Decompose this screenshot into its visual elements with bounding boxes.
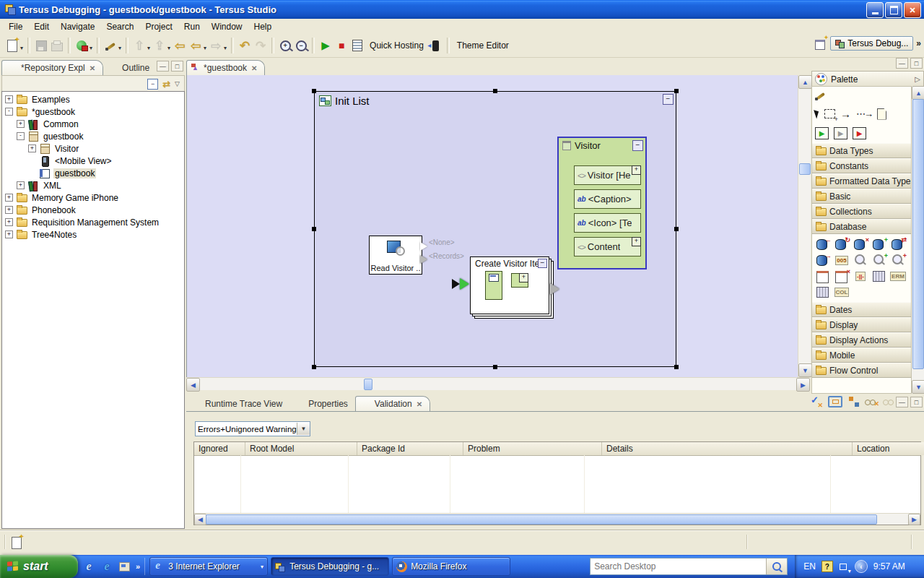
tree-expander-icon[interactable]: +: [28, 144, 36, 152]
menu-item[interactable]: Project: [139, 20, 178, 33]
item-display-element[interactable]: [485, 271, 502, 300]
pointer-tool-icon[interactable]: [814, 108, 821, 118]
visitor-field[interactable]: <> Content +: [574, 237, 641, 256]
bottom-view-tab[interactable]: Properties ✕: [289, 397, 355, 411]
tree-item[interactable]: + Tree4Notes: [2, 228, 184, 241]
forward-icon[interactable]: ⇨: [209, 38, 223, 53]
editor-horizontal-scrollbar[interactable]: ◀ ▶: [186, 377, 810, 390]
palette-item-icon[interactable]: ↻: [832, 236, 851, 252]
selection-handle[interactable]: [493, 89, 497, 93]
palette-item-icon[interactable]: COL: [832, 284, 851, 300]
restore-button[interactable]: [885, 2, 902, 18]
language-help-icon[interactable]: ?: [821, 561, 833, 572]
palette-item-icon[interactable]: ×: [851, 236, 870, 252]
item-sub-element[interactable]: +: [511, 273, 528, 288]
palette-category[interactable]: Formatted Data Types: [812, 173, 911, 189]
palette-scroll-up-icon[interactable]: ▲: [912, 86, 924, 100]
minimize-button[interactable]: [866, 2, 884, 18]
tree-item[interactable]: + XML: [2, 179, 184, 191]
back-dropdown[interactable]: ▾: [204, 45, 206, 51]
tree-expander-icon[interactable]: +: [5, 206, 13, 214]
language-indicator[interactable]: EN: [803, 561, 816, 571]
read-visitor-action[interactable]: Read Visitor .. <None> <Records>: [369, 236, 422, 275]
close-button[interactable]: ✕: [904, 2, 921, 18]
run-icon[interactable]: ▶: [318, 38, 333, 53]
last-edit-icon[interactable]: ⇧: [132, 38, 147, 53]
palette-category[interactable]: Mobile: [812, 348, 911, 363]
link-with-editor-icon[interactable]: [848, 397, 859, 407]
maximize-bottom-panel-button[interactable]: □: [910, 397, 923, 407]
menu-item[interactable]: Window: [206, 20, 248, 33]
tree-expander-icon[interactable]: +: [5, 95, 13, 103]
error-trigger-tool-icon[interactable]: ▶: [853, 127, 866, 139]
visitor-field[interactable]: <> Visitor [He +: [574, 165, 641, 185]
tree-item[interactable]: guestbook: [2, 167, 184, 179]
palette-item-icon[interactable]: ←: [814, 236, 832, 252]
palette-category[interactable]: Data Types: [812, 143, 911, 158]
zoom-out-icon[interactable]: −: [294, 38, 308, 53]
validate-icon[interactable]: [811, 397, 822, 407]
table-scroll-thumb[interactable]: [206, 514, 877, 525]
view-tab[interactable]: *Repository Expl ✕: [1, 60, 103, 75]
back-icon[interactable]: ⇦: [188, 38, 203, 53]
scroll-down-icon[interactable]: ▼: [798, 363, 812, 377]
vertical-scroll-thumb[interactable]: [799, 163, 811, 175]
expand-sub-element-button[interactable]: +: [519, 273, 528, 282]
dropdown-arrow-icon[interactable]: ▼: [297, 423, 310, 435]
perspective-overflow-chevron[interactable]: »: [916, 38, 920, 48]
zoom-in-icon[interactable]: +: [278, 38, 292, 53]
exit-records-trigger[interactable]: [420, 255, 427, 264]
view-tab[interactable]: Outline ✕: [103, 61, 157, 75]
table-column-header[interactable]: Problem: [463, 442, 602, 455]
create-visitor-item-action[interactable]: Create Visitor Item − +: [470, 256, 549, 314]
undo-icon[interactable]: ↶: [237, 38, 252, 53]
refresh-icon[interactable]: ⇄: [162, 79, 170, 90]
collapse-all-icon[interactable]: −: [147, 79, 158, 90]
internet-explorer-alt-icon[interactable]: e: [101, 561, 113, 572]
expand-field-button[interactable]: +: [632, 165, 641, 175]
taskbar-window-button[interactable]: 3 Internet Explorer ▾: [149, 557, 268, 576]
close-tab-icon[interactable]: ✕: [417, 400, 422, 408]
show-desktop-icon[interactable]: [118, 561, 130, 572]
entry-trigger[interactable]: [460, 278, 469, 290]
tree-item[interactable]: + Memory Game iPhone: [2, 191, 184, 204]
collapse-create-item-button[interactable]: −: [538, 259, 547, 268]
search-input[interactable]: [590, 561, 765, 572]
selection-handle[interactable]: [312, 365, 316, 369]
close-tab-icon[interactable]: ✕: [90, 64, 95, 72]
palette-item-icon[interactable]: →: [814, 252, 832, 268]
minimize-editor-button[interactable]: —: [896, 58, 908, 69]
editor-vertical-scrollbar[interactable]: ▲ ▼: [798, 75, 811, 377]
selection-handle[interactable]: [312, 227, 316, 231]
style-brush-icon[interactable]: [103, 38, 118, 53]
palette-item-icon[interactable]: +: [870, 236, 889, 252]
palette-category[interactable]: Constants: [812, 158, 911, 173]
palette-scrollbar[interactable]: ▲ ▼: [912, 86, 924, 394]
quick-hosting-button[interactable]: Quick Hosting: [365, 40, 428, 51]
tree-item[interactable]: + Phonebook: [2, 204, 184, 216]
palette-category[interactable]: Dates: [812, 302, 911, 317]
tree-expander-icon[interactable]: +: [5, 230, 13, 238]
visitor-field[interactable]: ab <Caption> +: [574, 189, 641, 209]
desktop-search-box[interactable]: [590, 558, 788, 575]
table-column-header[interactable]: Package Id: [357, 442, 463, 455]
menu-item[interactable]: Help: [248, 20, 278, 33]
palette-scroll-down-icon[interactable]: ▼: [912, 380, 924, 394]
task-group-dropdown-icon[interactable]: ▾: [261, 564, 263, 570]
hosting-grid-icon[interactable]: [350, 38, 365, 53]
diagram-canvas[interactable]: Init List − Visitor − <> Visitor [He +: [186, 75, 798, 377]
validation-filter-select[interactable]: Errors+Unignored Warnings ▼: [195, 421, 310, 436]
selection-handle[interactable]: [674, 365, 679, 369]
new-wizard-dropdown[interactable]: ▾: [20, 45, 23, 51]
palette-item-icon[interactable]: 005: [832, 252, 851, 268]
palette-item-icon[interactable]: +: [870, 252, 889, 268]
exit-none-trigger[interactable]: [420, 242, 427, 251]
taskbar-window-button[interactable]: Mozilla Firefox ▾: [392, 557, 510, 576]
menu-item[interactable]: File: [3, 20, 28, 33]
entry-trigger-tool-icon[interactable]: ▶: [815, 127, 829, 139]
scroll-left-icon[interactable]: ◀: [194, 514, 206, 525]
expand-field-button[interactable]: +: [632, 237, 641, 246]
data-flow-arrow-tool-icon[interactable]: ⋯→: [856, 108, 872, 119]
flow-arrow-tool-icon[interactable]: →: [840, 108, 851, 120]
tree-expander-icon[interactable]: +: [17, 120, 25, 128]
